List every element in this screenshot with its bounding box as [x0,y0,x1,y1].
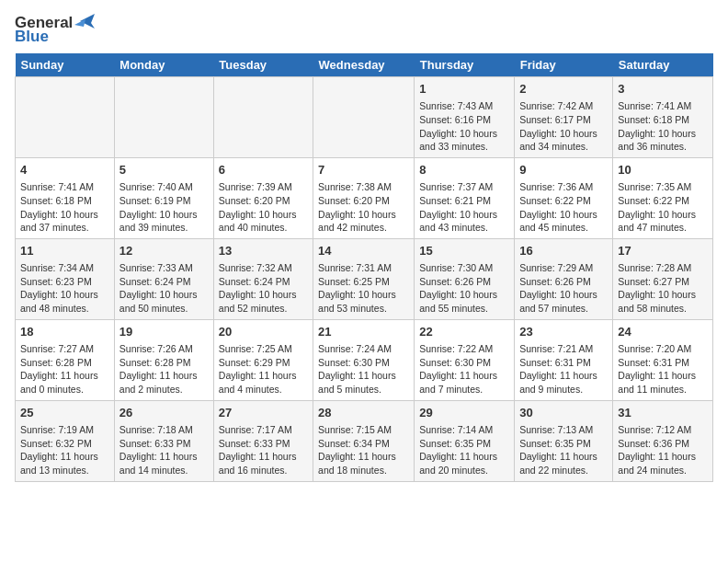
cell-content: Sunrise: 7:27 AM Sunset: 6:28 PM Dayligh… [20,342,109,396]
calendar-week-5: 25Sunrise: 7:19 AM Sunset: 6:32 PM Dayli… [16,400,713,481]
calendar-cell: 23Sunrise: 7:21 AM Sunset: 6:31 PM Dayli… [515,319,613,400]
calendar-cell: 21Sunrise: 7:24 AM Sunset: 6:30 PM Dayli… [313,319,415,400]
cell-content: Sunrise: 7:26 AM Sunset: 6:28 PM Dayligh… [119,342,209,396]
cell-content: Sunrise: 7:40 AM Sunset: 6:19 PM Dayligh… [119,180,209,235]
day-number: 31 [618,405,708,421]
calendar-cell: 28Sunrise: 7:15 AM Sunset: 6:34 PM Dayli… [313,400,415,481]
cell-content: Sunrise: 7:39 AM Sunset: 6:20 PM Dayligh… [219,180,308,235]
cell-content: Sunrise: 7:19 AM Sunset: 6:32 PM Dayligh… [20,423,109,477]
calendar-table: SundayMondayTuesdayWednesdayThursdayFrid… [15,53,713,482]
logo-blue-text: Blue [15,29,95,44]
page-header: General Blue [15,15,713,44]
calendar-cell: 24Sunrise: 7:20 AM Sunset: 6:31 PM Dayli… [613,319,713,400]
cell-content: Sunrise: 7:33 AM Sunset: 6:24 PM Dayligh… [119,261,209,316]
day-number: 16 [519,243,608,259]
logo: General Blue [15,15,95,44]
day-number: 5 [119,162,209,178]
day-number: 21 [318,324,409,340]
calendar-cell: 22Sunrise: 7:22 AM Sunset: 6:30 PM Dayli… [415,319,515,400]
day-number: 28 [318,405,409,421]
calendar-cell: 8Sunrise: 7:37 AM Sunset: 6:21 PM Daylig… [415,157,515,238]
day-of-week-sunday: Sunday [16,53,115,77]
calendar-cell: 15Sunrise: 7:30 AM Sunset: 6:26 PM Dayli… [415,238,515,319]
cell-content: Sunrise: 7:32 AM Sunset: 6:24 PM Dayligh… [219,261,308,316]
day-number: 8 [419,162,509,178]
cell-content: Sunrise: 7:14 AM Sunset: 6:35 PM Dayligh… [419,423,509,477]
calendar-cell: 29Sunrise: 7:14 AM Sunset: 6:35 PM Dayli… [415,400,515,481]
calendar-week-4: 18Sunrise: 7:27 AM Sunset: 6:28 PM Dayli… [16,319,713,400]
day-number: 6 [219,162,308,178]
day-number: 17 [618,243,708,259]
cell-content: Sunrise: 7:12 AM Sunset: 6:36 PM Dayligh… [618,423,708,477]
cell-content: Sunrise: 7:30 AM Sunset: 6:26 PM Dayligh… [419,261,509,316]
calendar-cell: 10Sunrise: 7:35 AM Sunset: 6:22 PM Dayli… [613,157,713,238]
calendar-cell: 19Sunrise: 7:26 AM Sunset: 6:28 PM Dayli… [114,319,213,400]
calendar-cell: 12Sunrise: 7:33 AM Sunset: 6:24 PM Dayli… [114,238,213,319]
day-number: 27 [219,405,308,421]
calendar-cell: 25Sunrise: 7:19 AM Sunset: 6:32 PM Dayli… [16,400,115,481]
cell-content: Sunrise: 7:41 AM Sunset: 6:18 PM Dayligh… [20,180,109,235]
day-number: 26 [119,405,209,421]
day-number: 10 [618,162,708,178]
cell-content: Sunrise: 7:22 AM Sunset: 6:30 PM Dayligh… [419,342,509,396]
day-number: 24 [618,324,708,340]
cell-content: Sunrise: 7:35 AM Sunset: 6:22 PM Dayligh… [618,180,708,235]
calendar-cell: 2Sunrise: 7:42 AM Sunset: 6:17 PM Daylig… [515,77,613,158]
calendar-cell: 30Sunrise: 7:13 AM Sunset: 6:35 PM Dayli… [515,400,613,481]
day-of-week-wednesday: Wednesday [313,53,415,77]
day-number: 18 [20,324,109,340]
calendar-cell: 3Sunrise: 7:41 AM Sunset: 6:18 PM Daylig… [613,77,713,158]
day-number: 25 [20,405,109,421]
logo-bird-icon [74,12,95,30]
cell-content: Sunrise: 7:18 AM Sunset: 6:33 PM Dayligh… [119,423,209,477]
day-number: 30 [519,405,608,421]
cell-content: Sunrise: 7:37 AM Sunset: 6:21 PM Dayligh… [419,180,509,235]
calendar-week-1: 1Sunrise: 7:43 AM Sunset: 6:16 PM Daylig… [16,77,713,158]
day-number: 3 [618,81,708,98]
svg-marker-1 [74,19,85,27]
day-of-week-saturday: Saturday [613,53,713,77]
calendar-cell [313,77,415,158]
day-number: 13 [219,243,308,259]
calendar-header-row: SundayMondayTuesdayWednesdayThursdayFrid… [16,53,713,77]
calendar-cell: 27Sunrise: 7:17 AM Sunset: 6:33 PM Dayli… [213,400,313,481]
calendar-cell [114,77,213,158]
cell-content: Sunrise: 7:25 AM Sunset: 6:29 PM Dayligh… [219,342,308,396]
calendar-cell: 11Sunrise: 7:34 AM Sunset: 6:23 PM Dayli… [16,238,115,319]
cell-content: Sunrise: 7:20 AM Sunset: 6:31 PM Dayligh… [618,342,708,396]
cell-content: Sunrise: 7:41 AM Sunset: 6:18 PM Dayligh… [618,99,708,154]
day-of-week-tuesday: Tuesday [213,53,313,77]
calendar-cell: 1Sunrise: 7:43 AM Sunset: 6:16 PM Daylig… [415,77,515,158]
day-of-week-friday: Friday [515,53,613,77]
cell-content: Sunrise: 7:28 AM Sunset: 6:27 PM Dayligh… [618,261,708,316]
day-number: 22 [419,324,509,340]
calendar-cell: 20Sunrise: 7:25 AM Sunset: 6:29 PM Dayli… [213,319,313,400]
day-number: 29 [419,405,509,421]
calendar-cell: 9Sunrise: 7:36 AM Sunset: 6:22 PM Daylig… [515,157,613,238]
day-number: 1 [419,81,509,98]
calendar-week-3: 11Sunrise: 7:34 AM Sunset: 6:23 PM Dayli… [16,238,713,319]
calendar-cell: 5Sunrise: 7:40 AM Sunset: 6:19 PM Daylig… [114,157,213,238]
cell-content: Sunrise: 7:36 AM Sunset: 6:22 PM Dayligh… [519,180,608,235]
calendar-cell: 17Sunrise: 7:28 AM Sunset: 6:27 PM Dayli… [613,238,713,319]
calendar-cell: 4Sunrise: 7:41 AM Sunset: 6:18 PM Daylig… [16,157,115,238]
cell-content: Sunrise: 7:42 AM Sunset: 6:17 PM Dayligh… [519,99,608,154]
day-number: 11 [20,243,109,259]
cell-content: Sunrise: 7:13 AM Sunset: 6:35 PM Dayligh… [519,423,608,477]
day-number: 4 [20,162,109,178]
calendar-cell [16,77,115,158]
day-number: 12 [119,243,209,259]
calendar-week-2: 4Sunrise: 7:41 AM Sunset: 6:18 PM Daylig… [16,157,713,238]
calendar-cell: 18Sunrise: 7:27 AM Sunset: 6:28 PM Dayli… [16,319,115,400]
day-number: 14 [318,243,409,259]
cell-content: Sunrise: 7:24 AM Sunset: 6:30 PM Dayligh… [318,342,409,396]
day-number: 2 [519,81,608,98]
day-of-week-monday: Monday [114,53,213,77]
day-number: 20 [219,324,308,340]
day-number: 23 [519,324,608,340]
day-number: 9 [519,162,608,178]
calendar-cell: 26Sunrise: 7:18 AM Sunset: 6:33 PM Dayli… [114,400,213,481]
day-number: 15 [419,243,509,259]
calendar-cell: 6Sunrise: 7:39 AM Sunset: 6:20 PM Daylig… [213,157,313,238]
cell-content: Sunrise: 7:31 AM Sunset: 6:25 PM Dayligh… [318,261,409,316]
